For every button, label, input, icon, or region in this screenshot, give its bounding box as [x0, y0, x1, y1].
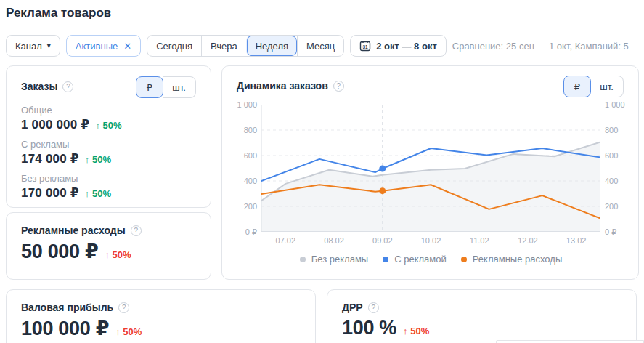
active-filter-label: Активные	[76, 41, 118, 52]
legend-label: С рекламой	[394, 254, 447, 265]
comparison-text: Сравнение: 25 сен — 1 окт, Кампаний: 5	[452, 41, 629, 52]
orders-unit-toggle: ₽ шт.	[136, 76, 196, 98]
help-icon[interactable]: ?	[131, 225, 142, 236]
legend-dot	[383, 257, 388, 262]
ad-spend-delta: ↑ 50%	[105, 249, 131, 260]
y-axis-label-left: 400	[244, 177, 257, 185]
date-range-label: 2 окт — 8 окт	[376, 41, 437, 52]
x-axis-label: 12.02	[518, 236, 538, 245]
chart-unit-toggle: ₽ шт.	[563, 76, 624, 97]
metric-with-ads: С рекламы 174 000 ₽ ↑ 50%	[21, 139, 196, 166]
y-axis-label-right: 600	[605, 151, 618, 160]
gross-profit-card: Валовая прибыль ? 100 000 ₽ ↑ 50%	[6, 289, 316, 343]
tab-month[interactable]: Месяц	[297, 36, 343, 56]
date-range-button[interactable]: 31 2 окт — 8 окт	[350, 35, 447, 57]
help-icon[interactable]: ?	[62, 81, 73, 92]
ad-spend-title: Рекламные расходы	[21, 225, 126, 236]
legend-dot	[461, 257, 467, 262]
overlay-panel-partial	[496, 340, 644, 343]
legend-dot	[300, 257, 306, 262]
gross-profit-delta: ↑ 50%	[115, 326, 142, 337]
page-title: Реклама товаров	[6, 6, 111, 20]
metric-label: Общие	[21, 105, 196, 116]
ad-spend-card: Рекламные расходы ? 50 000 ₽ ↑ 50%	[6, 212, 211, 280]
chart-card-title: Динамика заказов	[237, 80, 328, 92]
channel-filter-button[interactable]: Канал ▾	[6, 35, 60, 57]
y-axis-label-right: 800	[605, 126, 618, 134]
help-icon[interactable]: ?	[118, 302, 129, 313]
legend-item-ad-spend[interactable]: Рекламные расходы	[461, 254, 562, 265]
drr-title: ДРР	[342, 302, 363, 313]
metric-delta: ↑ 50%	[95, 120, 121, 131]
metric-total: Общие 1 000 000 ₽ ↑ 50%	[21, 105, 196, 132]
y-axis-label-left: 200	[244, 202, 257, 211]
legend-label: Без рекламы	[311, 254, 368, 265]
orders-card: Заказы ? ₽ шт. Общие 1 000 000 ₽ ↑ 50% С…	[6, 65, 211, 208]
metric-value: 1 000 000 ₽	[21, 117, 89, 132]
active-filter-chip[interactable]: Активные ✕	[66, 35, 141, 57]
gross-profit-title: Валовая прибыль	[21, 302, 113, 313]
metric-without-ads: Без рекламы 170 000 ₽ ↑ 50%	[21, 173, 196, 201]
metric-delta: ↑ 50%	[85, 154, 111, 165]
drr-value: 100 %	[342, 317, 396, 339]
filter-bar: Канал ▾ Активные ✕ Сегодня Вчера Неделя …	[6, 35, 629, 57]
tab-yesterday[interactable]: Вчера	[201, 36, 246, 56]
y-axis-label-right: 1 000	[605, 100, 625, 109]
metric-delta: ↑ 50%	[85, 188, 111, 199]
unit-pcs-button[interactable]: шт.	[163, 76, 196, 98]
x-axis-label: 07.02	[276, 236, 296, 245]
ad-spend-value: 50 000 ₽	[21, 240, 98, 263]
x-axis-label: 10.02	[421, 236, 441, 245]
unit-pcs-button[interactable]: шт.	[590, 76, 624, 97]
gross-profit-value: 100 000 ₽	[21, 317, 109, 340]
y-axis-right: 1 000 800 600 400 200 0 ₽	[600, 105, 625, 232]
y-axis-left: 1 000 800 600 400 200 0 ₽	[237, 105, 261, 232]
metric-label: Без рекламы	[21, 173, 196, 184]
tab-week[interactable]: Неделя	[246, 36, 297, 56]
chevron-down-icon: ▾	[47, 42, 51, 49]
channel-filter-label: Канал	[15, 41, 42, 52]
svg-text:31: 31	[363, 44, 369, 49]
orders-card-title: Заказы	[21, 81, 57, 92]
period-tabs: Сегодня Вчера Неделя Месяц	[147, 35, 344, 57]
y-axis-label-left: 0 ₽	[245, 227, 257, 237]
y-axis-label-right: 400	[605, 177, 618, 185]
metric-value: 170 000 ₽	[21, 185, 79, 201]
metric-value: 174 000 ₽	[21, 151, 79, 166]
chart-legend: Без рекламы С рекламой Рекламные расходы	[237, 254, 625, 265]
close-icon[interactable]: ✕	[123, 41, 131, 51]
x-axis-label: 13.02	[566, 236, 587, 245]
legend-item-no-ads[interactable]: Без рекламы	[300, 254, 368, 265]
tab-today[interactable]: Сегодня	[147, 36, 201, 56]
legend-label: Рекламные расходы	[473, 254, 562, 265]
y-axis-label-right: 0 ₽	[605, 227, 616, 237]
legend-item-with-ads[interactable]: С рекламой	[383, 254, 447, 265]
x-axis: 07.02 08.02 09.02 10.02 11.02 12.02 13.0…	[261, 232, 600, 248]
drr-delta: ↑ 50%	[403, 326, 429, 336]
help-icon[interactable]: ?	[368, 302, 379, 313]
drr-card: ДРР ? 100 % ↑ 50%	[327, 289, 637, 343]
unit-rub-button[interactable]: ₽	[563, 76, 591, 97]
help-icon[interactable]: ?	[333, 81, 344, 92]
chart-plot[interactable]	[261, 105, 600, 232]
calendar-icon: 31	[359, 40, 371, 52]
metric-label: С рекламы	[21, 139, 196, 150]
y-axis-label-left: 800	[244, 126, 257, 134]
y-axis-label-left: 1 000	[237, 100, 257, 109]
y-axis-label-right: 200	[605, 202, 618, 211]
orders-dynamics-card: Динамика заказов ? ₽ шт. 1 000 800 600 4…	[221, 65, 639, 280]
x-axis-label: 09.02	[372, 236, 393, 245]
x-axis-label: 11.02	[470, 236, 489, 245]
unit-rub-button[interactable]: ₽	[136, 76, 163, 98]
product-ads-dashboard: Реклама товаров Канал ▾ Активные ✕ Сегод…	[0, 0, 644, 343]
y-axis-label-left: 600	[244, 151, 257, 160]
x-axis-label: 08.02	[324, 236, 344, 245]
orders-dynamics-chart: 1 000 800 600 400 200 0 ₽ 1 000 800 600 …	[237, 105, 624, 265]
